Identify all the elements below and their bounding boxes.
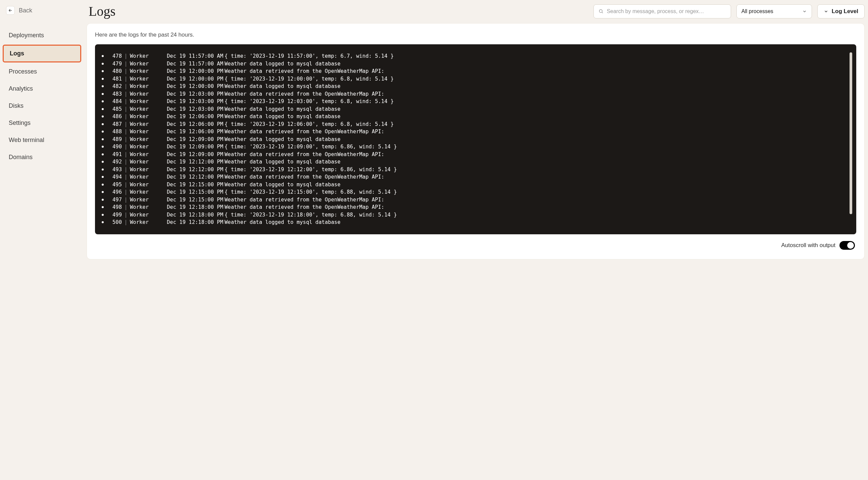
log-separator: | [122, 106, 130, 113]
log-line: 490|WorkerDec 19 12:09:00 PM{ time: '202… [102, 143, 847, 151]
log-process: Worker [130, 98, 167, 106]
sidebar-item-label: Processes [9, 68, 37, 75]
search-box[interactable] [593, 4, 731, 19]
log-process: Worker [130, 106, 167, 113]
log-timestamp: Dec 19 12:00:00 PM [167, 75, 224, 83]
log-message: Weather data retrieved from the OpenWeat… [224, 196, 384, 204]
log-timestamp: Dec 19 12:09:00 PM [167, 143, 224, 151]
log-message: Weather data retrieved from the OpenWeat… [224, 67, 384, 75]
log-line: 494|WorkerDec 19 12:12:00 PMWeather data… [102, 173, 847, 181]
log-line-number: 479 [108, 60, 122, 68]
log-process: Worker [130, 113, 167, 120]
log-message: { time: '2023-12-19 12:18:00', temp: 6.8… [224, 211, 397, 219]
log-process: Worker [130, 128, 167, 136]
sidebar-item-disks[interactable]: Disks [3, 98, 81, 114]
log-line: 484|WorkerDec 19 12:03:00 PM{ time: '202… [102, 98, 847, 106]
log-separator: | [122, 196, 130, 204]
log-message: Weather data logged to mysql database [224, 158, 340, 166]
log-line-number: 490 [108, 143, 122, 151]
log-line-number: 488 [108, 128, 122, 136]
log-dot-icon [102, 176, 104, 178]
log-timestamp: Dec 19 12:18:00 PM [167, 218, 224, 226]
sidebar-item-domains[interactable]: Domains [3, 149, 81, 165]
log-separator: | [122, 75, 130, 83]
sidebar-item-logs[interactable]: Logs [3, 44, 81, 62]
log-line-number: 499 [108, 211, 122, 219]
log-dot-icon [102, 221, 104, 223]
log-line-number: 498 [108, 203, 122, 211]
log-message: Weather data retrieved from the OpenWeat… [224, 128, 384, 136]
back-arrow-icon[interactable] [6, 6, 15, 15]
autoscroll-toggle[interactable] [839, 241, 855, 250]
sidebar-item-web-terminal[interactable]: Web terminal [3, 132, 81, 148]
log-line-number: 493 [108, 166, 122, 174]
sidebar-item-settings[interactable]: Settings [3, 115, 81, 131]
log-process: Worker [130, 75, 167, 83]
log-separator: | [122, 203, 130, 211]
log-level-button[interactable]: Log Level [817, 4, 865, 19]
back-button[interactable]: Back [3, 3, 81, 18]
log-message: Weather data logged to mysql database [224, 136, 340, 143]
log-dot-icon [102, 199, 104, 201]
log-separator: | [122, 166, 130, 174]
log-process: Worker [130, 151, 167, 158]
log-dot-icon [102, 191, 104, 193]
log-timestamp: Dec 19 12:09:00 PM [167, 136, 224, 143]
log-separator: | [122, 181, 130, 189]
log-separator: | [122, 98, 130, 106]
log-separator: | [122, 143, 130, 151]
log-line: 488|WorkerDec 19 12:06:00 PMWeather data… [102, 128, 847, 136]
log-message: Weather data logged to mysql database [224, 83, 340, 90]
log-line: 491|WorkerDec 19 12:09:00 PMWeather data… [102, 151, 847, 158]
log-line-number: 491 [108, 151, 122, 158]
toggle-knob [847, 242, 854, 249]
log-dot-icon [102, 78, 104, 80]
log-message: Weather data logged to mysql database [224, 106, 340, 113]
log-line-number: 494 [108, 173, 122, 181]
log-process: Worker [130, 173, 167, 181]
log-process: Worker [130, 188, 167, 196]
log-line: 478|WorkerDec 19 11:57:00 AM{ time: '202… [102, 52, 847, 60]
log-timestamp: Dec 19 12:00:00 PM [167, 83, 224, 90]
log-message: { time: '2023-12-19 12:06:00', temp: 6.8… [224, 120, 394, 128]
log-separator: | [122, 90, 130, 98]
log-process: Worker [130, 52, 167, 60]
log-dot-icon [102, 146, 104, 148]
log-timestamp: Dec 19 12:06:00 PM [167, 128, 224, 136]
log-separator: | [122, 188, 130, 196]
sidebar-item-processes[interactable]: Processes [3, 64, 81, 80]
log-line-number: 496 [108, 188, 122, 196]
log-dot-icon [102, 85, 104, 87]
log-line: 493|WorkerDec 19 12:12:00 PM{ time: '202… [102, 166, 847, 174]
info-text: Here are the logs for the past 24 hours. [95, 32, 856, 38]
log-message: { time: '2023-12-19 12:12:00', temp: 6.8… [224, 166, 397, 174]
sidebar-item-analytics[interactable]: Analytics [3, 81, 81, 97]
log-line-number: 478 [108, 52, 122, 60]
log-line-number: 500 [108, 218, 122, 226]
log-dot-icon [102, 206, 104, 208]
process-filter-select[interactable]: All processes [737, 4, 812, 19]
sidebar-item-label: Analytics [9, 85, 33, 92]
chevron-down-icon [802, 9, 807, 14]
sidebar-item-deployments[interactable]: Deployments [3, 28, 81, 43]
log-line-number: 495 [108, 181, 122, 189]
back-label: Back [19, 7, 32, 14]
log-timestamp: Dec 19 12:15:00 PM [167, 196, 224, 204]
page-title: Logs [87, 3, 116, 19]
log-timestamp: Dec 19 12:12:00 PM [167, 166, 224, 174]
log-message: { time: '2023-12-19 12:09:00', temp: 6.8… [224, 143, 397, 151]
log-message: Weather data retrieved from the OpenWeat… [224, 151, 384, 158]
log-line: 498|WorkerDec 19 12:18:00 PMWeather data… [102, 203, 847, 211]
log-message: Weather data logged to mysql database [224, 113, 340, 120]
sidebar-item-label: Logs [10, 50, 24, 57]
search-input[interactable] [607, 8, 726, 14]
log-line-number: 483 [108, 90, 122, 98]
log-separator: | [122, 60, 130, 68]
scrollbar[interactable] [849, 52, 852, 214]
log-level-label: Log Level [832, 8, 858, 15]
log-message: { time: '2023-12-19 12:15:00', temp: 6.8… [224, 188, 397, 196]
log-separator: | [122, 67, 130, 75]
log-terminal[interactable]: 478|WorkerDec 19 11:57:00 AM{ time: '202… [95, 44, 856, 234]
log-timestamp: Dec 19 12:06:00 PM [167, 113, 224, 120]
log-separator: | [122, 158, 130, 166]
